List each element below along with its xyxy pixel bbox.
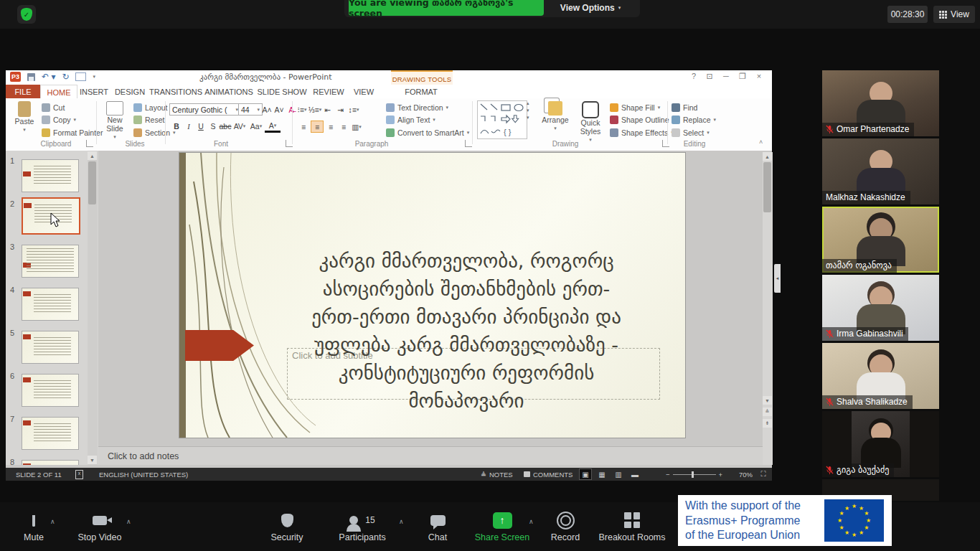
stop-video-button[interactable]: Stop Video [75, 508, 125, 542]
help-button[interactable]: ? [687, 72, 700, 80]
ribbon-display-button[interactable]: ⊡ [703, 72, 716, 81]
view-options-button[interactable]: View Options ▾ [544, 0, 637, 16]
participant-tile-giga[interactable]: გიგა ბაუქაძე [822, 411, 939, 477]
mute-options-caret[interactable]: ∧ [50, 518, 55, 525]
tab-view[interactable]: VIEW [349, 85, 379, 98]
slide-thumbnail-3[interactable] [22, 245, 79, 278]
decrease-indent-button[interactable]: ⇤ [322, 104, 334, 115]
bullets-button[interactable]: ⁝≡▾ [296, 104, 308, 115]
participants-caret[interactable]: ∧ [399, 518, 404, 525]
security-button[interactable]: Security [265, 508, 308, 542]
next-slide-button[interactable]: ⇟ [763, 419, 772, 428]
text-direction-button[interactable]: Text Direction▾ [386, 103, 448, 112]
previous-slide-button[interactable]: ≜ [763, 408, 772, 416]
undo-icon[interactable]: ↶ ▾ [42, 72, 55, 82]
columns-button[interactable]: ▥▾ [351, 121, 362, 132]
shapes-gallery[interactable]: { } [477, 100, 527, 139]
start-slideshow-icon[interactable] [75, 72, 86, 81]
font-name-combo[interactable]: Century Gothic (▾ [169, 103, 241, 116]
tab-file[interactable]: FILE [6, 85, 40, 98]
save-icon[interactable] [27, 73, 35, 81]
paste-button[interactable]: Paste▾ [11, 101, 37, 134]
view-button[interactable]: View [933, 6, 975, 23]
numbering-button[interactable]: ⅓≡▾ [309, 104, 321, 115]
replace-button[interactable]: Replace▾ [672, 116, 716, 124]
comments-toggle[interactable]: COMMENTS [524, 468, 573, 481]
language-indicator[interactable]: ENGLISH (UNITED STATES) [99, 468, 188, 481]
normal-view-button[interactable]: ▣ [580, 469, 591, 479]
drawing-tools-contextual-tab[interactable]: DRAWING TOOLS [391, 70, 453, 86]
tab-insert[interactable]: INSERT [77, 85, 110, 98]
align-right-button[interactable]: ≡ [325, 121, 336, 132]
slide-thumbnail-6[interactable] [22, 374, 79, 407]
italic-button[interactable]: I [183, 121, 194, 132]
shrink-font-button[interactable]: A˅ [273, 104, 285, 115]
spellcheck-icon[interactable]: x [75, 468, 83, 481]
underline-button[interactable]: U [195, 121, 207, 132]
chat-button[interactable]: Chat [418, 508, 458, 542]
section-button[interactable]: Section▾ [133, 128, 176, 137]
font-color-button[interactable]: A▾ [265, 120, 281, 133]
shape-fill-button[interactable]: Shape Fill▾ [610, 103, 660, 112]
panel-collapse-handle[interactable]: ◂ [774, 264, 781, 293]
participants-button[interactable]: 15 Participants [331, 508, 393, 542]
slide-area-scrollbar[interactable]: ▲ ▼ ≜ ⇟ [763, 152, 773, 465]
share-screen-button[interactable]: ↑ Share Screen [471, 508, 534, 542]
fit-slide-button[interactable]: ⛶ [758, 468, 769, 481]
minimize-button[interactable]: ─ [720, 72, 732, 80]
zoom-control[interactable]: − + [666, 468, 722, 481]
grow-font-button[interactable]: A˄ [261, 104, 273, 115]
notes-toggle[interactable]: ≜NOTES [481, 468, 513, 481]
slide-thumbnail-4[interactable] [22, 288, 79, 321]
shape-outline-button[interactable]: Shape Outline▾ [610, 116, 674, 124]
tab-home[interactable]: HOME [40, 85, 77, 99]
align-left-button[interactable]: ≡ [298, 121, 309, 132]
close-button[interactable]: × [753, 72, 765, 80]
character-spacing-button[interactable]: AV▾ [232, 121, 248, 132]
new-slide-button[interactable]: New Slide▾ [100, 101, 130, 141]
increase-indent-button[interactable]: ⇥ [335, 104, 347, 115]
tab-format[interactable]: FORMAT [400, 85, 442, 98]
clipboard-dialog-launcher[interactable] [86, 140, 93, 147]
redo-icon[interactable]: ↻ [62, 72, 69, 82]
participant-tile-tamar-active-speaker[interactable]: თამარ ოგანოვა [822, 207, 939, 273]
select-button[interactable]: Select▾ [672, 128, 710, 137]
notes-pane[interactable]: Click to add notes [98, 447, 763, 465]
zoom-level[interactable]: 70% [739, 468, 753, 481]
reset-button[interactable]: Reset [133, 116, 164, 124]
shadow-button[interactable]: S [207, 121, 219, 132]
change-case-button[interactable]: Aa▾ [248, 121, 264, 132]
meeting-info-button[interactable]: ✓ [17, 5, 36, 24]
slide-thumbnail-7[interactable] [22, 417, 79, 450]
quick-styles-button[interactable]: Quick Styles▾ [575, 101, 606, 144]
slide-thumbnail-8[interactable] [22, 460, 79, 465]
slide-title-text[interactable]: კარგი მმართველობა, როგორც ასოცირების შეთ… [251, 247, 682, 415]
share-options-caret[interactable]: ∧ [529, 518, 534, 525]
slide-thumbnail-5[interactable] [22, 331, 79, 364]
participant-tile-malkhaz[interactable]: Malkhaz Nakashidze [822, 138, 939, 204]
collapse-ribbon-button[interactable]: ˄ [759, 138, 763, 146]
slide-sorter-view-button[interactable]: ▦ [596, 469, 608, 479]
paragraph-dialog-launcher[interactable] [465, 140, 472, 147]
font-size-combo[interactable]: 44▾ [238, 103, 263, 116]
tab-slide-show[interactable]: SLIDE SHOW [257, 85, 307, 98]
video-options-caret[interactable]: ∧ [126, 518, 131, 525]
breakout-rooms-button[interactable]: Breakout Rooms [597, 508, 667, 542]
arrange-button[interactable]: Arrange▾ [539, 101, 572, 133]
shapes-gallery-scroll[interactable]: ▴▾▾ [527, 100, 534, 138]
convert-smartart-button[interactable]: Convert to SmartArt▾ [386, 128, 469, 137]
align-center-button[interactable]: ≡ [311, 121, 324, 133]
thumbnail-scrollbar[interactable]: ▲ ▼ [88, 151, 98, 465]
find-button[interactable]: Find [672, 103, 697, 112]
mute-button[interactable]: Mute [13, 508, 55, 542]
align-text-button[interactable]: Align Text▾ [386, 116, 435, 124]
justify-button[interactable]: ≡ [338, 121, 349, 132]
strikethrough-button[interactable]: abc [220, 121, 231, 132]
slideshow-view-button[interactable]: ▬ [629, 469, 641, 479]
slide-thumbnail-1[interactable] [22, 159, 79, 192]
tab-design[interactable]: DESIGN [112, 85, 148, 98]
record-button[interactable]: Record [544, 508, 587, 542]
bold-button[interactable]: B [171, 121, 182, 132]
tab-transitions[interactable]: TRANSITIONS [149, 85, 202, 98]
shape-effects-button[interactable]: Shape Effects▾ [610, 128, 674, 137]
